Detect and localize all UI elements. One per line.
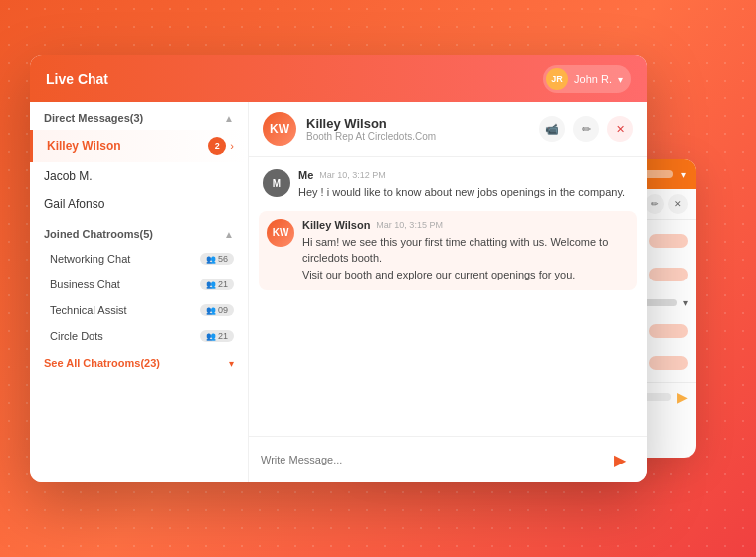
chatrooms-chevron-icon: ▲	[224, 229, 234, 240]
chat-contact-sub: Booth Rep At Circledots.Com	[306, 131, 529, 142]
message-row-me: M Me Mar 10, 3:12 PM Hey ! i would like …	[263, 169, 633, 201]
me-message-text: Hey ! i would like to know about new job…	[298, 184, 633, 201]
app-body: Direct Messages(3) ▲ Killey Wilson 2 › J…	[30, 102, 647, 482]
killey-message-text: Hi sam! we see this your first time chat…	[302, 234, 629, 283]
me-message-meta: Me Mar 10, 3:12 PM	[298, 169, 633, 181]
sidebar: Direct Messages(3) ▲ Killey Wilson 2 › J…	[30, 102, 249, 482]
chat-area: KW Killey Wilson Booth Rep At Circledots…	[249, 102, 647, 482]
message-input[interactable]	[261, 454, 597, 465]
video-call-button[interactable]: 📹	[539, 116, 565, 142]
chatroom-networking[interactable]: Networking Chat 👥 56	[30, 246, 248, 272]
killey-message-time: Mar 10, 3:15 PM	[376, 220, 443, 230]
sidebar-item-killey-wilson[interactable]: Killey Wilson 2 ›	[30, 130, 248, 162]
direct-messages-chevron-icon: ▲	[224, 113, 234, 124]
killey-message-content: Killey Wilson Mar 10, 3:15 PM Hi sam! we…	[302, 219, 629, 283]
chatroom-badge-circledots: 👥 21	[200, 330, 234, 342]
chat-header-actions: 📹 ✏ ✕	[539, 116, 633, 142]
bg-send-icon: ▶	[677, 389, 688, 405]
send-button[interactable]: ▶	[605, 445, 635, 474]
chat-input-area: ▶	[249, 436, 647, 482]
direct-messages-header[interactable]: Direct Messages(3) ▲	[30, 102, 248, 130]
bg-close-btn[interactable]: ✕	[668, 194, 688, 214]
chatroom-name-networking: Networking Chat	[50, 253, 200, 265]
see-all-chatrooms[interactable]: See All Chatrooms(23) ▾	[30, 349, 248, 377]
chatrooms-header[interactable]: Joined Chatrooms(5) ▲	[30, 218, 248, 246]
chat-header: KW Killey Wilson Booth Rep At Circledots…	[249, 102, 647, 157]
chat-messages: M Me Mar 10, 3:12 PM Hey ! i would like …	[249, 157, 647, 436]
chatroom-technical[interactable]: Technical Assist 👥 09	[30, 297, 248, 323]
contact-badge-killey: 2	[208, 137, 226, 155]
contact-name-gail: Gail Afonso	[44, 197, 234, 211]
chatroom-name-circledots: Circle Dots	[50, 330, 200, 342]
header-avatar: JR	[546, 68, 568, 90]
header-user[interactable]: JR John R. ▾	[543, 65, 631, 93]
sidebar-item-jacob[interactable]: Jacob M.	[30, 162, 248, 190]
chatroom-name-business: Business Chat	[50, 278, 200, 290]
edit-button[interactable]: ✏	[573, 116, 599, 142]
see-all-label: See All Chatrooms(23)	[44, 357, 160, 369]
chatrooms-label: Joined Chatrooms(5)	[44, 228, 153, 240]
chat-header-info: Killey Wilson Booth Rep At Circledots.Co…	[306, 116, 529, 142]
chatroom-business[interactable]: Business Chat 👥 21	[30, 272, 248, 297]
see-all-chevron-icon: ▾	[229, 358, 234, 369]
chatroom-circledots[interactable]: Circle Dots 👥 21	[30, 323, 248, 349]
me-avatar: M	[263, 169, 290, 197]
bg-edit-btn[interactable]: ✏	[645, 194, 664, 214]
app-title: Live Chat	[46, 71, 108, 87]
app-header: Live Chat JR John R. ▾	[30, 55, 647, 102]
killey-avatar: KW	[267, 219, 294, 247]
sidebar-item-gail[interactable]: Gail Afonso	[30, 190, 248, 218]
me-message-content: Me Mar 10, 3:12 PM Hey ! i would like to…	[298, 169, 633, 201]
contact-name-killey: Killey Wilson	[47, 139, 208, 153]
header-username: John R.	[574, 73, 612, 85]
me-message-time: Mar 10, 3:12 PM	[319, 170, 386, 180]
chatroom-badge-networking: 👥 56	[200, 253, 234, 265]
contact-name-jacob: Jacob M.	[44, 169, 234, 183]
chat-contact-avatar: KW	[263, 112, 296, 146]
direct-messages-label: Direct Messages(3)	[44, 112, 143, 124]
me-sender-name: Me	[298, 169, 313, 181]
chatroom-badge-technical: 👥 09	[200, 304, 234, 316]
send-icon: ▶	[614, 451, 626, 469]
main-window: Live Chat JR John R. ▾ Direct Messages(3…	[30, 55, 647, 482]
chat-contact-name: Killey Wilson	[306, 116, 529, 131]
header-chevron-icon: ▾	[618, 74, 623, 85]
killey-sender-name: Killey Wilson	[302, 219, 370, 231]
message-row-killey: KW Killey Wilson Mar 10, 3:15 PM Hi sam!…	[259, 211, 637, 291]
close-chat-button[interactable]: ✕	[607, 116, 633, 142]
chatroom-badge-business: 👥 21	[200, 278, 234, 290]
contact-arrow-icon: ›	[230, 140, 234, 152]
chatroom-name-technical: Technical Assist	[50, 304, 200, 316]
killey-message-meta: Killey Wilson Mar 10, 3:15 PM	[302, 219, 629, 231]
